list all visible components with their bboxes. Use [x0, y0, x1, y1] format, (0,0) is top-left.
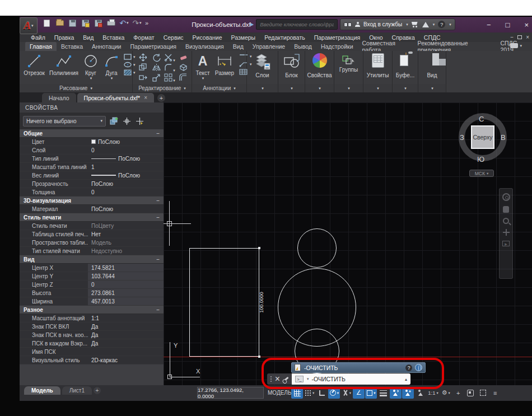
- panel-expand-view[interactable]: ▾: [418, 84, 446, 92]
- panel-expand-groups[interactable]: ▾: [334, 84, 363, 92]
- signin-button[interactable]: Вход в службы: [363, 21, 402, 27]
- mirror-icon[interactable]: [152, 63, 161, 74]
- arc-tool-button[interactable]: Дуга ▾: [101, 52, 122, 81]
- tab-featured-apps[interactable]: Рекомендованные приложения: [413, 42, 496, 51]
- isodraft-toggle[interactable]: ▾: [340, 387, 352, 399]
- workspace-switching-button[interactable]: ⚙▾: [440, 387, 452, 399]
- drawn-circle-top[interactable]: [297, 228, 337, 268]
- model-tab[interactable]: Модель: [24, 386, 60, 395]
- panel-expand-properties[interactable]: ▾: [305, 84, 334, 92]
- command-autocomplete-tooltip[interactable]: -ОЧИСТИТЬ ?: [291, 362, 426, 373]
- erase-icon[interactable]: [179, 53, 188, 64]
- tab-visualize[interactable]: Визуализация: [181, 42, 228, 51]
- tab-home[interactable]: Главная: [25, 42, 57, 51]
- selection-dropdown[interactable]: Ничего не выбрано▾: [23, 116, 106, 127]
- internet-search-icon[interactable]: [415, 364, 422, 371]
- tab-manage[interactable]: Управление: [248, 42, 290, 51]
- doc-restore-button[interactable]: [517, 35, 522, 39]
- drawn-rectangle[interactable]: [189, 248, 259, 357]
- showmotion-icon[interactable]: ▶: [502, 241, 510, 246]
- model-space-canvas[interactable]: 100.0000 Y X Сверху С З В Ю: [164, 102, 532, 385]
- panel-groups[interactable]: Группы ▾: [334, 51, 363, 92]
- minimize-button[interactable]: −: [487, 21, 491, 29]
- wcs-dropdown[interactable]: МСК▾: [469, 170, 494, 177]
- offset-icon[interactable]: [179, 73, 188, 84]
- section-3d[interactable]: 3D-визуализация−: [20, 197, 164, 205]
- section-plot-style[interactable]: Стиль печати−: [20, 213, 164, 222]
- menu-view[interactable]: Вид: [78, 34, 98, 41]
- object-snap-tracking-toggle[interactable]: ∠: [353, 387, 365, 399]
- menu-tools[interactable]: Сервис: [159, 34, 188, 41]
- lineweight-toggle[interactable]: [377, 387, 389, 399]
- collapse-icon[interactable]: −: [156, 214, 160, 221]
- array-icon[interactable]: ▾: [164, 73, 175, 84]
- polyline-tool-button[interactable]: Полилиния: [48, 52, 80, 81]
- panel-view[interactable]: Вид ▾: [418, 51, 446, 92]
- new-drawing-button[interactable]: +: [157, 94, 165, 102]
- drag-handle-icon[interactable]: [270, 376, 272, 382]
- tab-parametric[interactable]: Параметризация: [126, 42, 181, 51]
- scale-icon[interactable]: [152, 73, 161, 84]
- pan-icon[interactable]: [503, 206, 509, 213]
- grid-display-toggle[interactable]: [291, 387, 303, 399]
- object-snap-toggle[interactable]: ▾: [365, 387, 377, 399]
- application-menu-button[interactable]: A ▾: [20, 17, 38, 34]
- help-icon[interactable]: ?: [438, 21, 445, 28]
- section-view[interactable]: Вид−: [20, 255, 164, 264]
- menu-edit[interactable]: Правка: [50, 34, 78, 41]
- a360-icon[interactable]: [422, 22, 429, 27]
- collapse-icon[interactable]: −: [156, 307, 160, 313]
- command-line-grip[interactable]: ×: [267, 373, 292, 385]
- panel-expand-utilities[interactable]: ▾: [363, 84, 392, 92]
- orbit-icon[interactable]: [503, 229, 510, 236]
- rotate-icon[interactable]: [152, 53, 161, 64]
- dimension-tool-button[interactable]: Размер: [212, 52, 237, 81]
- menu-dimension[interactable]: Размеры: [227, 34, 260, 41]
- annotation-scale-dropdown[interactable]: 1:1▾: [427, 387, 439, 399]
- tab-addins[interactable]: Надстройки: [316, 42, 358, 51]
- toggle-pickadd-button[interactable]: [109, 116, 119, 126]
- text-tool-button[interactable]: А Текст ▾: [193, 52, 212, 81]
- save-button[interactable]: [68, 18, 77, 27]
- panel-block[interactable]: Блок ▾: [278, 51, 305, 92]
- plot-button[interactable]: [106, 18, 116, 27]
- snap-mode-toggle[interactable]: ▾: [304, 387, 315, 399]
- annotation-scale-icon-button[interactable]: [414, 387, 426, 399]
- menu-insert[interactable]: Вставка: [98, 34, 129, 41]
- menu-modify[interactable]: Редактировать: [260, 34, 310, 41]
- move-icon[interactable]: [139, 53, 147, 64]
- help-search-input[interactable]: [256, 19, 338, 30]
- menu-file[interactable]: Файл: [26, 34, 50, 41]
- tab-start[interactable]: Начало: [42, 93, 76, 102]
- viewcube-south[interactable]: Ю: [477, 155, 484, 163]
- isolate-objects-button[interactable]: [465, 387, 477, 399]
- viewcube-north[interactable]: С: [479, 115, 484, 123]
- panel-layers[interactable]: Слои ▾: [247, 51, 278, 92]
- command-input-text[interactable]: -ОЧИСТИТЬ: [312, 376, 346, 382]
- section-general[interactable]: Общие−: [20, 129, 164, 138]
- command-suggestion-text[interactable]: -ОЧИСТИТЬ: [304, 364, 338, 371]
- line-tool-button[interactable]: Отрезок: [21, 52, 48, 81]
- navigation-bar[interactable]: ▶: [499, 188, 513, 279]
- viewcube-east[interactable]: В: [501, 133, 506, 142]
- panel-properties[interactable]: Свойства ▾: [305, 51, 334, 92]
- select-objects-button[interactable]: [122, 116, 132, 126]
- open-file-button[interactable]: [55, 18, 64, 27]
- panel-clipboard[interactable]: Буфе... ▾: [393, 51, 418, 92]
- clean-screen-button[interactable]: [477, 387, 489, 399]
- save-as-button[interactable]: [81, 18, 90, 27]
- maximize-button[interactable]: □: [506, 21, 510, 29]
- new-file-button[interactable]: [42, 18, 52, 27]
- model-space-toggle[interactable]: МОДЕЛЬ: [268, 387, 291, 399]
- tab-output[interactable]: Вывод: [290, 42, 316, 51]
- help-icon[interactable]: ?: [405, 364, 412, 371]
- menu-format[interactable]: Формат: [129, 34, 158, 41]
- panel-expand-layers[interactable]: ▾: [247, 84, 278, 92]
- fillet-icon[interactable]: ▾: [164, 63, 175, 74]
- quick-select-button[interactable]: [134, 116, 144, 126]
- recent-commands-icon[interactable]: ▴: [405, 377, 407, 382]
- command-input[interactable]: >_ ▾ -ОЧИСТИТЬ ▴: [292, 373, 410, 385]
- tab-collaborate[interactable]: Совместная работа: [358, 42, 413, 51]
- zoom-icon[interactable]: [503, 218, 509, 224]
- tab-insert[interactable]: Вставка: [57, 42, 87, 51]
